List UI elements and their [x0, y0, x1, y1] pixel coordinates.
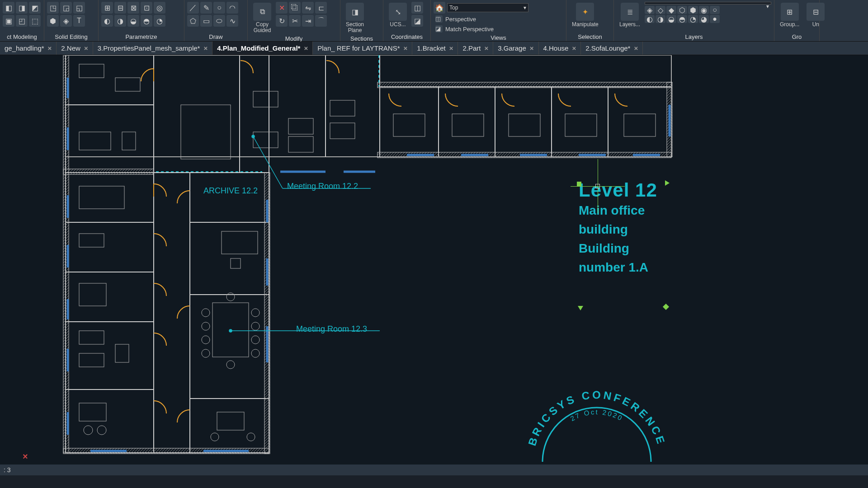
se-tool-5[interactable]: ◈	[60, 15, 72, 27]
tab-6[interactable]: 2.Part×	[458, 42, 493, 55]
pm-tool-5[interactable]: ◎	[154, 2, 165, 14]
svg-rect-86	[565, 114, 597, 136]
pm-tool-7[interactable]: ◑	[114, 15, 126, 27]
title-block[interactable]: Level 12 Main office building Building n…	[579, 179, 657, 277]
view-icon[interactable]: 🏠	[434, 2, 445, 14]
svg-point-74	[226, 361, 235, 369]
se-tool-2[interactable]: ◲	[60, 2, 72, 14]
close-icon[interactable]: ×	[484, 44, 488, 52]
close-icon[interactable]: ×	[84, 44, 88, 52]
svg-point-90	[247, 433, 255, 441]
close-icon[interactable]: ×	[404, 44, 408, 52]
coord-tool-2[interactable]: ◪	[411, 15, 423, 27]
tab-3[interactable]: 4.Plan_Modified_General*×	[212, 42, 313, 55]
selection-arrow-right[interactable]	[665, 180, 670, 186]
layer-tool-1[interactable]: ◈	[645, 6, 655, 14]
pm-tool-9[interactable]: ◓	[141, 15, 152, 27]
layer-tool-9[interactable]: ◑	[656, 15, 665, 23]
close-icon[interactable]: ×	[572, 44, 576, 52]
pm-tool-2[interactable]: ⊟	[114, 2, 126, 14]
dm-tool-6[interactable]: ⬚	[29, 15, 41, 27]
layer-tool-6[interactable]: ◉	[699, 6, 709, 14]
coord-tool-1[interactable]: ◫	[411, 2, 423, 14]
layer-tool-8[interactable]: ◐	[645, 15, 655, 23]
circle-icon[interactable]: ○	[213, 2, 225, 14]
selection-grip[interactable]	[577, 182, 581, 186]
trim-icon[interactable]: ✂	[289, 15, 301, 27]
arc-icon[interactable]: ◠	[226, 2, 238, 14]
layer-tool-12[interactable]: ◔	[688, 15, 698, 23]
dm-tool-4[interactable]: ▣	[3, 15, 14, 27]
extend-icon[interactable]: ⇥	[302, 15, 314, 27]
view-dropdown[interactable]: Top	[447, 3, 528, 12]
layer-dropdown[interactable]	[645, 2, 771, 5]
tab-8[interactable]: 4.House×	[539, 42, 581, 55]
se-tool-6[interactable]: T	[73, 15, 85, 27]
close-icon[interactable]: ×	[48, 44, 52, 52]
layer-tool-7[interactable]: ○	[710, 6, 720, 14]
layer-tool-3[interactable]: ◆	[666, 6, 676, 14]
ucs-button[interactable]: ⤡ UCS...	[386, 2, 410, 33]
tab-9[interactable]: 2.SofaLounge*×	[581, 42, 643, 55]
manipulate-button[interactable]: ✦ Manipulate	[569, 2, 601, 33]
selection-arrow-down[interactable]	[578, 306, 583, 310]
copy-guided-button[interactable]: ⧉ Copy Guided	[250, 2, 274, 34]
rect-icon[interactable]: ▭	[200, 15, 212, 27]
ellipse-icon[interactable]: ⬭	[213, 15, 225, 27]
layer-tool-5[interactable]: ⬢	[688, 6, 698, 14]
dm-tool-3[interactable]: ◩	[29, 2, 41, 14]
se-tool-3[interactable]: ◱	[73, 2, 85, 14]
group-button[interactable]: ⊞ Group...	[777, 2, 802, 33]
pm-tool-3[interactable]: ⊠	[127, 2, 139, 14]
dm-tool-1[interactable]: ◧	[3, 2, 14, 14]
close-icon[interactable]: ×	[304, 44, 308, 52]
meeting-122-label: Meeting Room 12.2	[287, 182, 358, 191]
tab-7[interactable]: 3.Garage×	[493, 42, 538, 55]
match-perspective-icon: ◪	[435, 25, 443, 33]
ucs-icon: ⤡	[389, 3, 407, 21]
pm-tool-1[interactable]: ⊞	[101, 2, 113, 14]
polygon-icon[interactable]: ⬠	[187, 15, 199, 27]
tab-0[interactable]: ge_handling*×	[0, 42, 57, 55]
ungroup-button[interactable]: ⊟ Un	[804, 2, 827, 33]
spline-icon[interactable]: ∿	[226, 15, 238, 27]
offset-icon[interactable]: ⊏	[315, 2, 327, 14]
erase-icon[interactable]: ✕	[276, 2, 288, 14]
tab-5[interactable]: 1.Bracket×	[412, 42, 458, 55]
layer-tool-10[interactable]: ◒	[666, 15, 676, 23]
line-icon[interactable]: ／	[187, 2, 199, 14]
pm-tool-8[interactable]: ◒	[127, 15, 139, 27]
layer-tool-11[interactable]: ◓	[677, 15, 687, 23]
svg-rect-0	[66, 55, 671, 157]
fillet-icon[interactable]: ⌒	[315, 15, 327, 27]
section-plane-button[interactable]: ◨ Section Plane	[343, 2, 367, 34]
layer-tool-13[interactable]: ◕	[699, 15, 709, 23]
pm-tool-4[interactable]: ⊡	[141, 2, 152, 14]
svg-point-89	[211, 433, 219, 441]
tab-4[interactable]: Plan_ REF for LAYTRANS*×	[313, 42, 412, 55]
drawing-canvas[interactable]: ARCHIVE 12.2 Meeting Room 12.2 Meeting R…	[0, 55, 868, 475]
close-icon[interactable]: ×	[449, 44, 453, 52]
copy-icon[interactable]: ⿻	[289, 2, 301, 14]
pm-tool-6[interactable]: ◐	[101, 15, 113, 27]
tab-1[interactable]: 2.New×	[57, 42, 93, 55]
dm-tool-2[interactable]: ◨	[16, 2, 28, 14]
perspective-button[interactable]: ◫Perspective	[434, 14, 563, 23]
mirror-icon[interactable]: ⇋	[302, 2, 314, 14]
dm-tool-5[interactable]: ◰	[16, 15, 28, 27]
se-tool-4[interactable]: ⬢	[47, 15, 59, 27]
close-icon[interactable]: ×	[530, 44, 534, 52]
match-perspective-button[interactable]: ◪Match Perspective	[434, 24, 563, 33]
layer-tool-2[interactable]: ◇	[656, 6, 665, 14]
tab-2[interactable]: 3.PropertiesPanel_mesh_sample*×	[93, 42, 213, 55]
close-icon[interactable]: ×	[203, 44, 208, 52]
se-tool-1[interactable]: ◳	[47, 2, 59, 14]
command-close[interactable]: ×	[23, 451, 28, 462]
layer-tool-14[interactable]: ●	[710, 15, 720, 23]
rotate-icon[interactable]: ↻	[276, 15, 288, 27]
close-icon[interactable]: ×	[634, 44, 638, 52]
pm-tool-10[interactable]: ◔	[154, 15, 165, 27]
layer-tool-4[interactable]: ⬡	[677, 6, 687, 14]
polyline-icon[interactable]: ✎	[200, 2, 212, 14]
layers-button[interactable]: ≣ Layers...	[617, 2, 643, 33]
